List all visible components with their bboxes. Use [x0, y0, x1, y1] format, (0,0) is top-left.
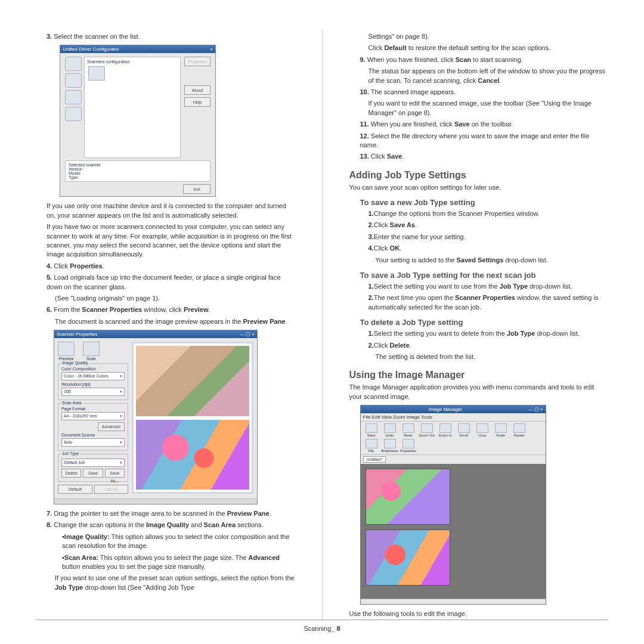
toolbar: SaveUndoRedoZoom OutZoom InScrollCropSca… [361, 422, 546, 455]
exit-button[interactable]: Exit [183, 184, 210, 194]
resolution-select[interactable]: 300 [61, 388, 125, 396]
subhead-delete: To delete a Job Type setting [360, 318, 609, 327]
image-thumb-2[interactable] [366, 530, 450, 586]
heading-adding-job-type: Adding Job Type Settings [349, 170, 609, 181]
step-7: 7. Drag the pointer to set the image are… [47, 509, 295, 518]
column-divider [322, 30, 323, 621]
tool-brightness[interactable]: Brightness [382, 439, 398, 453]
tool-save[interactable]: Save [363, 423, 380, 437]
help-button[interactable]: Help [184, 97, 210, 107]
subhead-save-new: To save a new Job Type setting [360, 198, 609, 207]
tool-properties[interactable]: Properties [400, 439, 417, 453]
about-button[interactable]: About [184, 85, 210, 95]
step-9: 9. When you have finished, click Scan to… [360, 55, 609, 64]
heading-image-manager: Using the Image Manager [349, 370, 609, 380]
tool-rotate[interactable]: Rotate [511, 423, 528, 437]
save-as-button[interactable]: Save As... [105, 469, 125, 478]
step-12: 12. Select the file directory where you … [360, 132, 609, 150]
fig-unified-driver: Unified Driver Configurator× Scanners co… [60, 45, 216, 197]
scan-tab[interactable]: Scan [83, 342, 100, 361]
properties-button[interactable]: Properties [184, 57, 210, 66]
tool-redo[interactable]: Redo [400, 423, 417, 437]
tool-scale[interactable]: Scale [493, 423, 509, 437]
color-comp-select[interactable]: Color - 16 Million Colors [61, 372, 125, 380]
save-button[interactable]: Save [83, 469, 103, 478]
step-8: 8. Change the scan options in the Image … [47, 521, 295, 530]
fig-scanner-properties: Scanner Properties— ▢ × Preview Scan Ima… [54, 330, 258, 504]
para-multi-scanner: If you have two or more scanners connect… [47, 222, 295, 259]
step-6: 6. From the Scanner Properties window, c… [47, 305, 295, 314]
step-3: 3. Select the scanner on the list. [47, 32, 295, 41]
cancel-button[interactable]: Cancel [94, 485, 129, 494]
tool-zoom-out[interactable]: Zoom Out [419, 423, 435, 437]
preview-tab[interactable]: Preview [58, 342, 75, 361]
tool-crop[interactable]: Crop [474, 423, 491, 437]
step-4: 4. Click Properties. [47, 262, 295, 271]
step-11: 11. When you are finished, click Save on… [360, 120, 609, 129]
tool-flip[interactable]: Flip [363, 439, 380, 453]
doc-source-select[interactable]: Auto [61, 438, 125, 447]
delete-button[interactable]: Delete [61, 469, 81, 478]
subhead-save-next: To save a Job Type setting for the next … [360, 271, 609, 280]
tool-undo[interactable]: Undo [382, 423, 398, 437]
advanced-button[interactable]: Advanced [98, 422, 125, 431]
step-10: 10. The scanned image appears. [360, 88, 609, 97]
page-footer: Scanning_ 8 [36, 620, 608, 632]
fig-image-manager: Image Manager— ▢ × File Edit View Zoom I… [360, 405, 546, 605]
step-13: 13. Click Save. [360, 152, 609, 161]
right-column: Settings" on page 8). Click Default to r… [349, 30, 609, 621]
tool-zoom-in[interactable]: Zoom In [437, 423, 454, 437]
tool-scroll[interactable]: Scroll [456, 423, 472, 437]
menu-bar[interactable]: File Edit View Zoom Image Tools [361, 413, 546, 422]
job-type-select[interactable]: Default Job [61, 459, 125, 467]
para-single-device: If you use only one machine device and i… [47, 202, 295, 220]
document-tab[interactable]: Untitled* [363, 456, 386, 463]
image-thumb-1[interactable] [366, 469, 450, 525]
left-column: 3. Select the scanner on the list. Unifi… [36, 30, 295, 621]
default-button[interactable]: Default [58, 485, 92, 494]
step-5: 5. Load originals face up into the docum… [47, 273, 295, 292]
page-format-select[interactable]: A4 - 210x297 mm [61, 412, 125, 420]
preview-pane[interactable] [132, 342, 253, 494]
